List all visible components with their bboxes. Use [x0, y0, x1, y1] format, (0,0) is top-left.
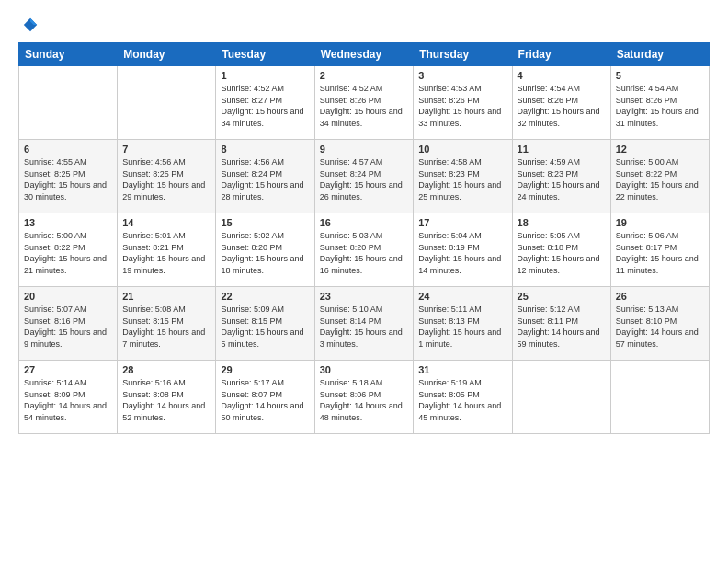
- day-number: 4: [518, 70, 606, 81]
- day-number: 10: [418, 144, 506, 155]
- weekday-header-tuesday: Tuesday: [216, 43, 314, 66]
- day-number: 15: [221, 217, 309, 228]
- logo-icon: [22, 17, 39, 33]
- week-row-5: 27Sunrise: 5:14 AMSunset: 8:09 PMDayligh…: [19, 361, 710, 434]
- day-number: 9: [320, 144, 409, 155]
- day-info: Sunrise: 4:59 AMSunset: 8:23 PMDaylight:…: [518, 156, 606, 202]
- day-info: Sunrise: 4:58 AMSunset: 8:23 PMDaylight:…: [418, 156, 506, 202]
- weekday-header-thursday: Thursday: [414, 43, 512, 66]
- day-cell: 29Sunrise: 5:17 AMSunset: 8:07 PMDayligh…: [216, 361, 314, 434]
- day-number: 14: [122, 217, 210, 228]
- day-info: Sunrise: 5:02 AMSunset: 8:20 PMDaylight:…: [221, 230, 309, 276]
- weekday-header-friday: Friday: [512, 43, 610, 66]
- day-number: 7: [122, 144, 210, 155]
- header: [18, 17, 710, 33]
- day-number: 29: [221, 364, 309, 375]
- day-info: Sunrise: 5:07 AMSunset: 8:16 PMDaylight:…: [24, 304, 112, 350]
- day-info: Sunrise: 4:56 AMSunset: 8:24 PMDaylight:…: [221, 156, 309, 202]
- day-cell: [19, 66, 118, 140]
- day-number: 24: [418, 291, 506, 302]
- day-cell: 27Sunrise: 5:14 AMSunset: 8:09 PMDayligh…: [19, 361, 118, 434]
- weekday-header-row: SundayMondayTuesdayWednesdayThursdayFrid…: [19, 43, 710, 66]
- day-info: Sunrise: 4:55 AMSunset: 8:25 PMDaylight:…: [24, 156, 112, 202]
- day-number: 3: [418, 70, 506, 81]
- day-number: 16: [320, 217, 409, 228]
- weekday-header-monday: Monday: [118, 43, 216, 66]
- day-info: Sunrise: 5:08 AMSunset: 8:15 PMDaylight:…: [122, 304, 210, 350]
- day-cell: 18Sunrise: 5:05 AMSunset: 8:18 PMDayligh…: [512, 213, 610, 287]
- weekday-header-wednesday: Wednesday: [314, 43, 414, 66]
- day-number: 20: [24, 291, 112, 302]
- day-info: Sunrise: 4:52 AMSunset: 8:27 PMDaylight:…: [221, 83, 309, 129]
- day-cell: 5Sunrise: 4:54 AMSunset: 8:26 PMDaylight…: [610, 66, 709, 140]
- day-cell: 9Sunrise: 4:57 AMSunset: 8:24 PMDaylight…: [314, 140, 414, 213]
- day-cell: 17Sunrise: 5:04 AMSunset: 8:19 PMDayligh…: [414, 213, 512, 287]
- day-number: 18: [518, 217, 606, 228]
- page: SundayMondayTuesdayWednesdayThursdayFrid…: [0, 0, 728, 563]
- day-number: 6: [24, 144, 112, 155]
- week-row-2: 6Sunrise: 4:55 AMSunset: 8:25 PMDaylight…: [19, 140, 710, 213]
- weekday-header-sunday: Sunday: [19, 43, 118, 66]
- day-cell: [118, 66, 216, 140]
- day-cell: 22Sunrise: 5:09 AMSunset: 8:15 PMDayligh…: [216, 287, 314, 361]
- day-info: Sunrise: 5:00 AMSunset: 8:22 PMDaylight:…: [24, 230, 112, 276]
- day-number: 1: [221, 70, 309, 81]
- day-number: 5: [616, 70, 704, 81]
- day-cell: 14Sunrise: 5:01 AMSunset: 8:21 PMDayligh…: [118, 213, 216, 287]
- day-number: 31: [418, 364, 506, 375]
- day-info: Sunrise: 5:01 AMSunset: 8:21 PMDaylight:…: [122, 230, 210, 276]
- day-cell: 1Sunrise: 4:52 AMSunset: 8:27 PMDaylight…: [216, 66, 314, 140]
- day-cell: [512, 361, 610, 434]
- day-cell: 8Sunrise: 4:56 AMSunset: 8:24 PMDaylight…: [216, 140, 314, 213]
- day-number: 22: [221, 291, 309, 302]
- day-info: Sunrise: 5:13 AMSunset: 8:10 PMDaylight:…: [616, 304, 704, 350]
- day-cell: 21Sunrise: 5:08 AMSunset: 8:15 PMDayligh…: [118, 287, 216, 361]
- day-info: Sunrise: 4:54 AMSunset: 8:26 PMDaylight:…: [518, 83, 606, 129]
- day-number: 30: [320, 364, 409, 375]
- day-info: Sunrise: 5:11 AMSunset: 8:13 PMDaylight:…: [418, 304, 506, 350]
- day-number: 17: [418, 217, 506, 228]
- day-number: 23: [320, 291, 409, 302]
- day-cell: 20Sunrise: 5:07 AMSunset: 8:16 PMDayligh…: [19, 287, 118, 361]
- day-info: Sunrise: 5:12 AMSunset: 8:11 PMDaylight:…: [518, 304, 606, 350]
- day-cell: 15Sunrise: 5:02 AMSunset: 8:20 PMDayligh…: [216, 213, 314, 287]
- day-number: 28: [122, 364, 210, 375]
- day-cell: 2Sunrise: 4:52 AMSunset: 8:26 PMDaylight…: [314, 66, 414, 140]
- week-row-3: 13Sunrise: 5:00 AMSunset: 8:22 PMDayligh…: [19, 213, 710, 287]
- day-cell: 25Sunrise: 5:12 AMSunset: 8:11 PMDayligh…: [512, 287, 610, 361]
- day-info: Sunrise: 5:14 AMSunset: 8:09 PMDaylight:…: [24, 377, 112, 423]
- day-cell: 6Sunrise: 4:55 AMSunset: 8:25 PMDaylight…: [19, 140, 118, 213]
- day-info: Sunrise: 5:17 AMSunset: 8:07 PMDaylight:…: [221, 377, 309, 423]
- day-info: Sunrise: 5:00 AMSunset: 8:22 PMDaylight:…: [616, 156, 704, 202]
- day-cell: 26Sunrise: 5:13 AMSunset: 8:10 PMDayligh…: [610, 287, 709, 361]
- day-cell: 10Sunrise: 4:58 AMSunset: 8:23 PMDayligh…: [414, 140, 512, 213]
- week-row-4: 20Sunrise: 5:07 AMSunset: 8:16 PMDayligh…: [19, 287, 710, 361]
- weekday-header-saturday: Saturday: [610, 43, 709, 66]
- day-info: Sunrise: 4:54 AMSunset: 8:26 PMDaylight:…: [616, 83, 704, 129]
- day-cell: 11Sunrise: 4:59 AMSunset: 8:23 PMDayligh…: [512, 140, 610, 213]
- logo: [18, 17, 39, 33]
- day-cell: 4Sunrise: 4:54 AMSunset: 8:26 PMDaylight…: [512, 66, 610, 140]
- day-cell: 24Sunrise: 5:11 AMSunset: 8:13 PMDayligh…: [414, 287, 512, 361]
- day-number: 26: [616, 291, 704, 302]
- day-info: Sunrise: 5:09 AMSunset: 8:15 PMDaylight:…: [221, 304, 309, 350]
- week-row-1: 1Sunrise: 4:52 AMSunset: 8:27 PMDaylight…: [19, 66, 710, 140]
- day-cell: [610, 361, 709, 434]
- day-cell: 13Sunrise: 5:00 AMSunset: 8:22 PMDayligh…: [19, 213, 118, 287]
- day-number: 12: [616, 144, 704, 155]
- day-number: 8: [221, 144, 309, 155]
- day-cell: 3Sunrise: 4:53 AMSunset: 8:26 PMDaylight…: [414, 66, 512, 140]
- day-number: 25: [518, 291, 606, 302]
- day-info: Sunrise: 5:03 AMSunset: 8:20 PMDaylight:…: [320, 230, 409, 276]
- day-cell: 7Sunrise: 4:56 AMSunset: 8:25 PMDaylight…: [118, 140, 216, 213]
- day-cell: 31Sunrise: 5:19 AMSunset: 8:05 PMDayligh…: [414, 361, 512, 434]
- day-info: Sunrise: 4:56 AMSunset: 8:25 PMDaylight:…: [122, 156, 210, 202]
- day-info: Sunrise: 5:16 AMSunset: 8:08 PMDaylight:…: [122, 377, 210, 423]
- day-info: Sunrise: 5:05 AMSunset: 8:18 PMDaylight:…: [518, 230, 606, 276]
- day-cell: 28Sunrise: 5:16 AMSunset: 8:08 PMDayligh…: [118, 361, 216, 434]
- day-info: Sunrise: 5:19 AMSunset: 8:05 PMDaylight:…: [418, 377, 506, 423]
- day-cell: 30Sunrise: 5:18 AMSunset: 8:06 PMDayligh…: [314, 361, 414, 434]
- day-number: 13: [24, 217, 112, 228]
- day-number: 21: [122, 291, 210, 302]
- day-info: Sunrise: 4:57 AMSunset: 8:24 PMDaylight:…: [320, 156, 409, 202]
